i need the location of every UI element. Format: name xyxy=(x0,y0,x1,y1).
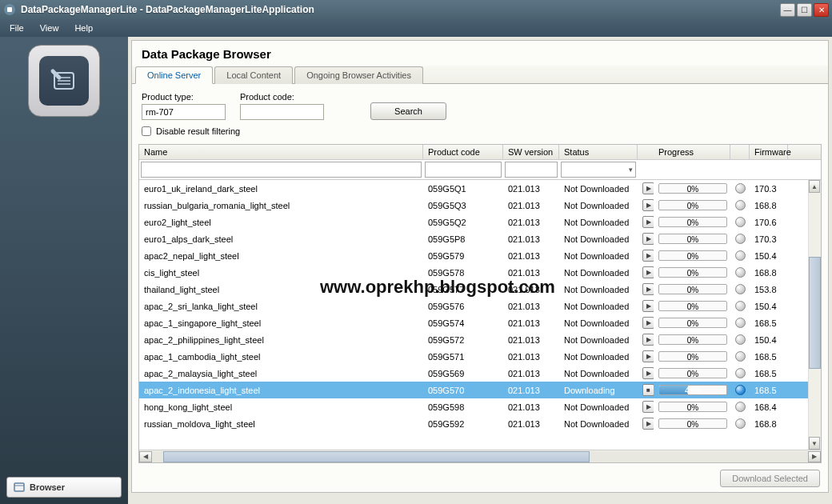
table-row[interactable]: apac_2_sri_lanka_light_steel 059G576 021… xyxy=(139,298,821,314)
menu-help[interactable]: Help xyxy=(74,23,93,33)
cell-sw: 021.013 xyxy=(503,268,559,278)
cell-name: euro2_light_steel xyxy=(139,218,423,227)
header-sw-version[interactable]: SW version xyxy=(503,145,559,159)
cell-progress: 0% xyxy=(654,402,730,412)
table-row[interactable]: apac_2_malaysia_light_steel 059G569 021.… xyxy=(139,365,821,382)
cell-code: 059G578 xyxy=(423,268,503,278)
page-title: Data Package Browser xyxy=(132,41,828,66)
table-row[interactable]: russian_bulgaria_romania_light_steel 059… xyxy=(139,197,821,214)
disable-filter-checkbox[interactable] xyxy=(142,126,151,136)
play-icon[interactable]: ▶ xyxy=(642,401,654,413)
play-icon[interactable]: ▶ xyxy=(642,350,654,362)
filter-status-select[interactable] xyxy=(561,162,636,178)
cell-led xyxy=(730,267,750,278)
package-icon xyxy=(48,65,80,97)
cell-firmware: 170.3 xyxy=(750,184,788,194)
table-row[interactable]: apac_1_singapore_light_steel 059G574 021… xyxy=(139,314,821,331)
table-row[interactable]: apac2_nepal_light_steel 059G579 021.013 … xyxy=(139,247,821,264)
cell-firmware: 153.8 xyxy=(750,285,788,294)
table-row[interactable]: russian_moldova_light_steel 059G592 021.… xyxy=(139,415,821,432)
table-row[interactable]: euro1_uk_ireland_dark_steel 059G5Q1 021.… xyxy=(139,180,821,197)
filter-code-input[interactable] xyxy=(425,162,502,178)
play-icon[interactable]: ■ xyxy=(642,384,654,396)
cell-action: ▶ xyxy=(638,199,654,211)
scroll-left-icon[interactable]: ◀ xyxy=(139,451,152,462)
close-button[interactable]: ✕ xyxy=(814,3,829,17)
vertical-scrollbar[interactable]: ▲ ▼ xyxy=(808,180,821,450)
minimize-button[interactable]: — xyxy=(780,3,795,17)
menu-file[interactable]: File xyxy=(10,23,24,33)
table-row[interactable]: thailand_light_steel 059G577 021.013 Not… xyxy=(139,281,821,298)
play-icon[interactable]: ▶ xyxy=(642,199,654,211)
table-row[interactable]: apac_2_indonesia_light_steel 059G570 021… xyxy=(139,382,821,398)
table-row[interactable]: apac_2_philippines_light_steel 059G572 0… xyxy=(139,331,821,348)
cell-firmware: 150.4 xyxy=(750,302,788,311)
cell-status: Not Downloaded xyxy=(559,318,638,328)
menu-view[interactable]: View xyxy=(40,23,59,33)
horizontal-scroll-thumb[interactable] xyxy=(163,451,590,462)
play-icon[interactable]: ▶ xyxy=(642,317,654,329)
table-row[interactable]: euro2_light_steel 059G5Q2 021.013 Not Do… xyxy=(139,214,821,230)
product-code-input[interactable] xyxy=(240,104,324,120)
titlebar: DataPackageManagerLite - DataPackageMana… xyxy=(0,0,832,19)
play-icon[interactable]: ▶ xyxy=(642,266,654,278)
header-progress[interactable]: Progress xyxy=(654,145,730,159)
table-row[interactable]: euro1_alps_dark_steel 059G5P8 021.013 No… xyxy=(139,230,821,247)
play-icon[interactable]: ▶ xyxy=(642,300,654,312)
vertical-scroll-thumb[interactable] xyxy=(809,257,821,369)
status-led-icon xyxy=(735,368,746,378)
window-title: DataPackageManagerLite - DataPackageMana… xyxy=(21,4,780,15)
menubar: File View Help xyxy=(0,19,832,37)
cell-action: ▶ xyxy=(638,216,654,228)
scroll-right-icon[interactable]: ▶ xyxy=(808,451,821,462)
cell-progress: 0% xyxy=(654,301,730,311)
header-product-code[interactable]: Product code xyxy=(423,145,503,159)
play-icon[interactable]: ▶ xyxy=(642,283,654,295)
cell-status: Not Downloaded xyxy=(559,218,638,227)
browser-button-label: Browser xyxy=(30,482,65,492)
header-firmware[interactable]: Firmware xyxy=(750,145,788,159)
tab-online-server[interactable]: Online Server xyxy=(135,66,213,84)
browser-button[interactable]: Browser xyxy=(6,477,122,498)
play-icon[interactable]: ▶ xyxy=(642,334,654,346)
status-led-icon xyxy=(735,351,746,362)
cell-sw: 021.013 xyxy=(503,402,559,412)
play-icon[interactable]: ▶ xyxy=(642,182,654,194)
cell-status: Not Downloaded xyxy=(559,352,638,362)
status-led-icon xyxy=(735,267,746,278)
play-icon[interactable]: ▶ xyxy=(642,250,654,262)
header-name[interactable]: Name xyxy=(139,145,423,159)
filter-sw-input[interactable] xyxy=(505,162,558,178)
download-selected-button[interactable]: Download Selected xyxy=(720,470,820,487)
cell-status: Not Downloaded xyxy=(559,184,638,194)
status-led-icon xyxy=(735,418,746,429)
horizontal-scrollbar[interactable]: ◀ ▶ xyxy=(139,450,821,462)
product-code-label: Product code: xyxy=(240,92,324,102)
maximize-button[interactable]: ☐ xyxy=(797,3,812,17)
tab-ongoing-activities[interactable]: Ongoing Browser Activities xyxy=(294,66,423,84)
browser-icon xyxy=(14,482,25,493)
cell-led xyxy=(730,418,750,429)
search-button[interactable]: Search xyxy=(370,102,446,120)
play-icon[interactable]: ▶ xyxy=(642,367,654,379)
product-type-input[interactable] xyxy=(142,104,226,120)
tab-local-content[interactable]: Local Content xyxy=(214,66,293,84)
table-row[interactable]: apac_1_cambodia_light_steel 059G571 021.… xyxy=(139,348,821,365)
cell-firmware: 170.6 xyxy=(750,218,788,227)
status-led-icon xyxy=(735,301,746,311)
table-row[interactable]: hong_kong_light_steel 059G598 021.013 No… xyxy=(139,398,821,415)
cell-led xyxy=(730,402,750,412)
scroll-down-icon[interactable]: ▼ xyxy=(809,437,820,450)
filter-name-input[interactable] xyxy=(141,162,422,178)
play-icon[interactable]: ▶ xyxy=(642,233,654,245)
cell-sw: 021.013 xyxy=(503,184,559,194)
play-icon[interactable]: ▶ xyxy=(642,418,654,430)
table-row[interactable]: cis_light_steel 059G578 021.013 Not Down… xyxy=(139,264,821,281)
cell-name: euro1_alps_dark_steel xyxy=(139,234,423,244)
cell-code: 059G576 xyxy=(423,302,503,311)
cell-sw: 021.013 xyxy=(503,285,559,294)
status-led-icon xyxy=(735,402,746,412)
scroll-up-icon[interactable]: ▲ xyxy=(809,180,820,193)
play-icon[interactable]: ▶ xyxy=(642,216,654,228)
header-status[interactable]: Status xyxy=(559,145,638,159)
